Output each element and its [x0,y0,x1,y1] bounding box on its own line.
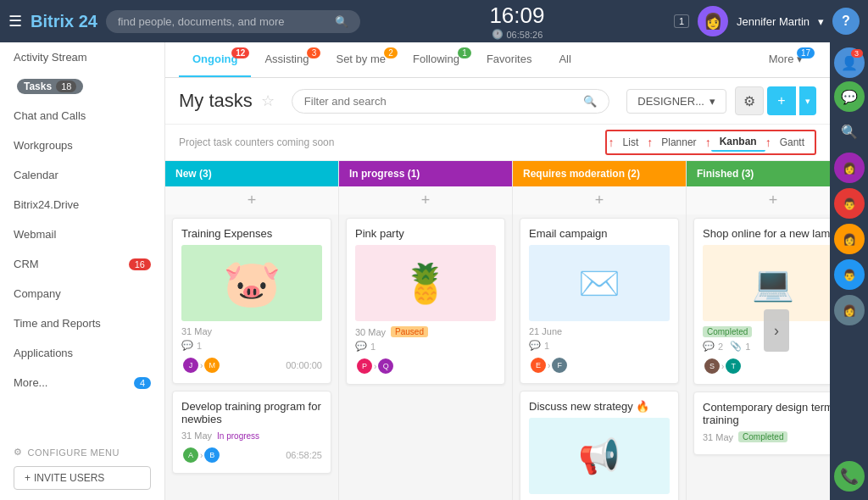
logo: Bitrix 24 [31,12,97,31]
card-status: Completed [738,431,787,442]
right-avatar-1[interactable]: 👩 [834,153,865,183]
card-footer: A › B 06:58:25 [181,446,322,464]
right-btn-search[interactable]: 🔍 [833,115,865,147]
filter-input[interactable] [304,95,578,108]
session-time: 🕐 06:58:26 [369,29,665,40]
card-image: 🍍 [355,245,496,321]
view-list-btn[interactable]: List [615,134,648,151]
right-btn-notifications[interactable]: 👤 3 [834,47,865,78]
view-kanban-btn[interactable]: Kanban [711,133,765,152]
sidebar-item-applications[interactable]: Applications [0,338,164,368]
card-date: 31 May [703,432,733,442]
col-header-inprogress: In progress (1) [339,161,512,186]
card-time: 00:00:00 [286,360,322,370]
more-tab-badge: 17 [797,47,815,58]
user-dropdown-icon[interactable]: ▾ [818,15,824,28]
view-planner-btn[interactable]: Planner [653,134,704,151]
sidebar-item-company[interactable]: Company [0,279,164,308]
designer-dropdown[interactable]: DESIGNER... ▾ [626,89,726,114]
tab-setbyme[interactable]: Set by me 2 [322,42,399,77]
col-header-moderation: Requires moderation (2) [513,161,686,186]
sidebar-item-workgroups[interactable]: Workgroups [0,131,164,160]
card-footer: P › Q [355,357,496,375]
right-avatar-3[interactable]: 👩 [834,224,865,254]
tab-all[interactable]: All [545,42,584,77]
add-task-button[interactable]: + [767,86,796,115]
configure-label: CONFIGURE MENU [28,447,120,458]
sidebar-bottom: ⚙ CONFIGURE MENU + INVITE USERS [0,435,164,500]
assisting-badge: 3 [307,47,320,58]
add-card-inprogress[interactable]: + [339,186,512,214]
scroll-right-btn[interactable]: › [764,309,789,352]
card-date: 31 May [181,326,212,336]
sidebar-item-drive[interactable]: Bitrix24.Drive [0,190,164,219]
sidebar-item-time[interactable]: Time and Reports [0,308,164,338]
card-training-expenses: Training Expenses 🐷 31 May 💬 1 J [172,218,331,384]
call-button[interactable]: 📞 [834,461,865,492]
following-badge: 1 [458,47,471,58]
clock-display: 16:09 🕐 06:58:26 [369,3,665,40]
right-avatar-4[interactable]: 👨 [834,259,865,290]
card-avatars: S › T [703,357,739,375]
settings-button[interactable]: ⚙ [735,86,764,115]
sidebar-item-chat[interactable]: Chat and Calls [0,101,164,131]
card-icons: 💬 1 [181,340,322,351]
sidebar-item-activity[interactable]: Activity Stream [0,42,164,72]
arrow-planner: ↑ [647,136,653,149]
card-icons: 💬 1 [529,340,670,351]
add-card-new[interactable]: + [165,186,338,214]
tab-favorites[interactable]: Favorites [473,42,545,77]
user-avatar[interactable]: 👩 [698,6,728,36]
right-btn-chat[interactable]: 💬 [834,81,865,112]
add-card-moderation[interactable]: + [513,186,686,214]
card-title: Contemporary design term training [703,401,830,426]
username[interactable]: Jennifer Martin [737,15,810,28]
card-avatars: E › F [529,356,565,375]
tab-more[interactable]: More ▾ 17 [755,42,816,77]
card-footer: S › T [703,357,830,375]
comment-icon: 💬 [181,340,193,351]
sidebar-item-webmail[interactable]: Webmail [0,219,164,249]
right-avatar-2[interactable]: 👨 [834,188,865,219]
add-card-finished[interactable]: + [687,186,830,214]
arrow-kanban: ↑ [705,136,711,149]
task-tabs: Ongoing 12 Assisting 3 Set by me 2 Follo… [165,42,830,78]
comment-icon: 💬 [529,340,541,351]
tab-assisting[interactable]: Assisting 3 [251,42,322,77]
search-bar[interactable]: 🔍 [106,10,360,33]
sidebar-item-crm[interactable]: CRM 16 [0,249,164,279]
clock-icon: 🕐 [492,29,504,40]
invite-users-btn[interactable]: + INVITE USERS [14,466,151,490]
arrow-list: ↑ [609,136,615,149]
search-input[interactable] [118,15,330,28]
card-date: 30 May [355,327,386,337]
card-meta: 21 June [529,326,670,336]
attach-icon: 📎 [730,341,742,352]
help-button[interactable]: ? [832,8,860,35]
card-meta: 31 May [181,326,322,336]
tab-following[interactable]: Following 1 [399,42,473,77]
view-controls-bar: Project task counters coming soon ↑ List… [165,125,830,161]
card-image: 📢 [529,418,670,494]
right-avatar-5[interactable]: 👩 [834,295,865,325]
add-task-dropdown[interactable]: ▾ [799,86,816,115]
card-title: Pink party [355,227,496,240]
avatar-1: E [529,356,548,375]
kanban-col-new: New (3) + Training Expenses 🐷 31 May 💬 1 [165,161,339,500]
sidebar-tasks-badge[interactable]: Tasks 18 [17,79,83,94]
avatar-2: B [203,446,221,464]
arrow-gantt: ↑ [765,136,771,149]
sidebar: Activity Stream Tasks 18 Chat and Calls … [0,42,165,500]
card-meta: 31 May Completed [703,431,830,442]
star-icon[interactable]: ☆ [261,92,275,110]
sidebar-item-calendar[interactable]: Calendar [0,160,164,190]
filter-search-bar[interactable]: 🔍 [292,89,609,114]
configure-menu-btn[interactable]: ⚙ CONFIGURE MENU [7,442,158,463]
menu-icon[interactable]: ☰ [8,12,22,31]
sidebar-item-more[interactable]: More... 4 [0,368,164,397]
view-gantt-btn[interactable]: Gantt [771,134,813,151]
notif-badge: 3 [851,49,863,58]
tab-ongoing[interactable]: Ongoing 12 [179,42,251,77]
comment-icon: 💬 [355,341,367,352]
card-status: In progress [217,431,259,441]
